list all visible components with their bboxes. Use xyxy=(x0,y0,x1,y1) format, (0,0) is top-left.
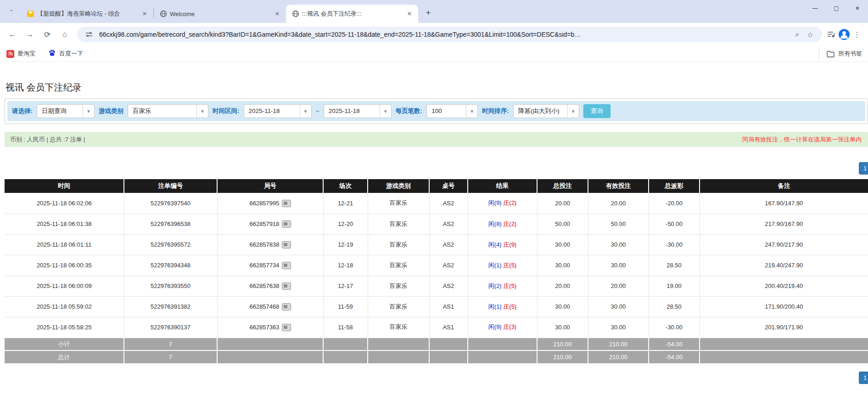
window-controls: — ▢ ✕ xyxy=(805,0,868,17)
maximize-button[interactable]: ▢ xyxy=(826,0,847,17)
cell-time: 2025-11-18 06:00:35 xyxy=(5,255,124,276)
query-type-select[interactable]: 日期查询 ▼ xyxy=(37,104,95,118)
replay-icon[interactable] xyxy=(282,200,291,207)
col-session: 场次 xyxy=(323,179,368,193)
tab-bet-records-active[interactable]: :::视讯 会员下注纪录::: ✕ xyxy=(286,5,418,23)
tab-welcome[interactable]: Welcome ✕ xyxy=(154,5,286,23)
cell-bet-id: 522976395572 xyxy=(124,234,217,255)
subtotal-row: 小计 7 210.00 210.00 -54.00 xyxy=(5,338,868,350)
cell-total-bet[interactable]: 30.00 xyxy=(537,317,588,338)
bookmark-label: 百度一下 xyxy=(59,50,83,58)
cell-game-type: 百家乐 xyxy=(368,276,429,296)
search-button[interactable]: 查询 xyxy=(583,104,610,118)
sort-value: 降冪(由大到小) xyxy=(514,105,567,118)
sort-select[interactable]: 降冪(由大到小) ▼ xyxy=(513,104,579,118)
site-settings-icon[interactable] xyxy=(83,28,95,41)
window-close-button[interactable]: ✕ xyxy=(847,0,868,17)
bookmark-aitaobao[interactable]: 淘 爱淘宝 xyxy=(6,50,35,58)
replay-icon[interactable] xyxy=(282,324,291,331)
cell-table: AS1 xyxy=(429,317,468,338)
cell-total-bet[interactable]: 20.00 xyxy=(537,276,588,296)
browser-toolbar: ← → ⟳ ⌂ 66cxkj98.com/game/betrecord_sear… xyxy=(0,23,868,46)
date-range-label: 时间区间: xyxy=(213,107,240,115)
total-row: 总计 7 210.00 210.00 -54.00 xyxy=(5,350,868,363)
tab-title: Welcome xyxy=(170,11,270,17)
minimize-button[interactable]: — xyxy=(805,0,826,17)
cell-game-type: 百家乐 xyxy=(368,317,429,338)
chevron-down-icon[interactable]: ▼ xyxy=(83,105,94,118)
cell-payout: 28.50 xyxy=(649,255,700,276)
cell-bet-id: 522976394348 xyxy=(124,255,217,276)
page-title: 视讯 会员下注纪录 xyxy=(6,81,868,94)
cell-result: 闲(8) 庄(2) xyxy=(468,214,537,234)
reload-icon[interactable]: ⟳ xyxy=(39,27,55,42)
cell-note: 219.40/247.90 xyxy=(700,255,868,276)
cell-result: 闲(1) 庄(5) xyxy=(468,296,537,317)
cell-note: 201.90/171.90 xyxy=(700,317,868,338)
cell-session: 12-19 xyxy=(323,234,368,255)
close-icon[interactable]: ✕ xyxy=(140,10,149,18)
replay-icon[interactable] xyxy=(282,282,291,290)
game-type-label: 游戏类别 xyxy=(99,107,123,115)
col-note: 备注 xyxy=(700,179,868,193)
tab-title: :::视讯 会员下注纪录::: xyxy=(302,10,403,18)
forward-icon[interactable]: → xyxy=(22,27,38,42)
chevron-down-icon[interactable]: ▼ xyxy=(196,105,208,118)
zoom-icon[interactable]: ⌕ xyxy=(791,28,804,41)
page-1-button[interactable]: 1 xyxy=(859,372,868,384)
replay-icon[interactable] xyxy=(282,220,291,228)
cell-game-type: 百家乐 xyxy=(368,193,429,214)
url-text[interactable]: 66cxkj98.com/game/betrecord_search/kind3… xyxy=(99,31,791,38)
cell-total-bet[interactable]: 30.00 xyxy=(537,234,588,255)
replay-icon[interactable] xyxy=(282,303,291,310)
cell-total-bet[interactable]: 20.00 xyxy=(537,193,588,214)
close-icon[interactable]: ✕ xyxy=(273,10,281,18)
cell-result: 闲(4) 庄(9) xyxy=(468,234,537,255)
profile-avatar[interactable] xyxy=(838,28,851,41)
all-bookmarks-button[interactable]: 所有书签 xyxy=(827,50,868,58)
date-end-select[interactable]: 2025-11-18 ▼ xyxy=(324,104,392,118)
tab-search-button[interactable]: ˇ xyxy=(5,6,18,19)
bookmarks-bar: 淘 爱淘宝 百度一下 所有书签 xyxy=(0,46,868,62)
cell-bet-id: 522976397540 xyxy=(124,193,217,214)
cell-result: 闲(1) 庄(5) xyxy=(468,255,537,276)
cell-note: 217.90/167.90 xyxy=(700,214,868,234)
page-size-label: 每页笔数: xyxy=(396,107,423,115)
game-type-select[interactable]: 百家乐 ▼ xyxy=(128,104,208,118)
page-size-select[interactable]: 100 ▼ xyxy=(426,104,478,118)
table-footer: 小计 7 210.00 210.00 -54.00 总计 7 210.00 21… xyxy=(5,338,868,363)
replay-icon[interactable] xyxy=(282,241,291,248)
home-icon[interactable]: ⌂ xyxy=(57,27,73,42)
back-icon[interactable]: ← xyxy=(5,27,20,42)
chevron-down-icon[interactable]: ▼ xyxy=(380,105,391,118)
cell-time: 2025-11-18 06:01:38 xyxy=(5,214,124,234)
chevron-down-icon[interactable]: ▼ xyxy=(567,105,579,118)
bookmark-baidu[interactable]: 百度一下 xyxy=(48,49,83,58)
media-controls-icon[interactable] xyxy=(825,28,838,41)
cell-round: 662857638 xyxy=(217,276,323,296)
cell-total-bet[interactable]: 30.00 xyxy=(537,255,588,276)
chevron-down-icon[interactable]: ▼ xyxy=(466,105,477,118)
cell-valid-bet: 30.00 xyxy=(588,317,649,338)
tab-forum[interactable]: 【新提醒】海燕策略论坛 - 综合 ✕ xyxy=(21,5,153,23)
date-start-select[interactable]: 2025-11-18 ▼ xyxy=(244,104,312,118)
mail-icon xyxy=(27,10,34,18)
bookmark-star-icon[interactable]: ☆ xyxy=(804,28,817,41)
cell-note: 167.90/147.90 xyxy=(700,193,868,214)
close-icon[interactable]: ✕ xyxy=(405,10,414,18)
cell-table: AS2 xyxy=(429,255,468,276)
address-bar[interactable]: 66cxkj98.com/game/betrecord_search/kind3… xyxy=(77,27,822,42)
menu-icon[interactable]: ⋮ xyxy=(851,28,863,41)
globe-icon xyxy=(291,10,299,18)
pagination-top: 1 xyxy=(5,162,868,175)
chevron-down-icon[interactable]: ▼ xyxy=(300,105,311,118)
replay-icon[interactable] xyxy=(282,262,291,269)
cell-session: 12-21 xyxy=(323,193,368,214)
page-1-button[interactable]: 1 xyxy=(859,162,868,175)
cell-session: 12-18 xyxy=(323,255,368,276)
cell-total-bet[interactable]: 50.00 xyxy=(537,214,588,234)
cell-total-bet[interactable]: 30.00 xyxy=(537,296,588,317)
new-tab-button[interactable]: + xyxy=(422,6,435,19)
table-row: 2025-11-18 06:02:06522976397540662857995… xyxy=(5,193,868,214)
cell-game-type: 百家乐 xyxy=(368,214,429,234)
